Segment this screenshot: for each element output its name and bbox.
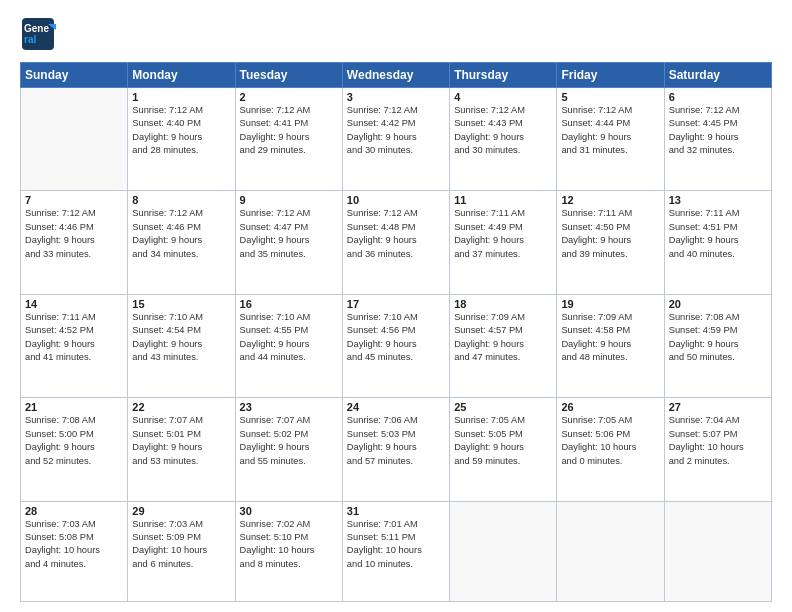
day-info: Sunrise: 7:10 AM Sunset: 4:55 PM Dayligh…: [240, 311, 338, 365]
calendar-cell: 26Sunrise: 7:05 AM Sunset: 5:06 PM Dayli…: [557, 398, 664, 501]
calendar-cell: 31Sunrise: 7:01 AM Sunset: 5:11 PM Dayli…: [342, 501, 449, 602]
page: Gene ral SundayMondayTuesdayWednesdayThu…: [0, 0, 792, 612]
day-number: 6: [669, 91, 767, 103]
day-info: Sunrise: 7:12 AM Sunset: 4:48 PM Dayligh…: [347, 207, 445, 261]
day-number: 22: [132, 401, 230, 413]
calendar-cell: 16Sunrise: 7:10 AM Sunset: 4:55 PM Dayli…: [235, 294, 342, 397]
week-row-1: 1Sunrise: 7:12 AM Sunset: 4:40 PM Daylig…: [21, 88, 772, 191]
week-row-4: 21Sunrise: 7:08 AM Sunset: 5:00 PM Dayli…: [21, 398, 772, 501]
calendar-cell: 3Sunrise: 7:12 AM Sunset: 4:42 PM Daylig…: [342, 88, 449, 191]
calendar-cell: 27Sunrise: 7:04 AM Sunset: 5:07 PM Dayli…: [664, 398, 771, 501]
day-info: Sunrise: 7:04 AM Sunset: 5:07 PM Dayligh…: [669, 414, 767, 468]
day-number: 2: [240, 91, 338, 103]
day-info: Sunrise: 7:11 AM Sunset: 4:49 PM Dayligh…: [454, 207, 552, 261]
day-number: 25: [454, 401, 552, 413]
day-info: Sunrise: 7:08 AM Sunset: 4:59 PM Dayligh…: [669, 311, 767, 365]
day-info: Sunrise: 7:12 AM Sunset: 4:47 PM Dayligh…: [240, 207, 338, 261]
logo: Gene ral: [20, 16, 56, 52]
calendar-cell: 2Sunrise: 7:12 AM Sunset: 4:41 PM Daylig…: [235, 88, 342, 191]
calendar-cell: 22Sunrise: 7:07 AM Sunset: 5:01 PM Dayli…: [128, 398, 235, 501]
svg-text:Gene: Gene: [24, 23, 49, 34]
day-number: 12: [561, 194, 659, 206]
calendar-cell: 6Sunrise: 7:12 AM Sunset: 4:45 PM Daylig…: [664, 88, 771, 191]
day-info: Sunrise: 7:01 AM Sunset: 5:11 PM Dayligh…: [347, 518, 445, 572]
calendar-cell: 11Sunrise: 7:11 AM Sunset: 4:49 PM Dayli…: [450, 191, 557, 294]
day-number: 23: [240, 401, 338, 413]
day-number: 21: [25, 401, 123, 413]
weekday-header-row: SundayMondayTuesdayWednesdayThursdayFrid…: [21, 63, 772, 88]
weekday-monday: Monday: [128, 63, 235, 88]
calendar-cell: 4Sunrise: 7:12 AM Sunset: 4:43 PM Daylig…: [450, 88, 557, 191]
calendar-cell: 5Sunrise: 7:12 AM Sunset: 4:44 PM Daylig…: [557, 88, 664, 191]
day-number: 4: [454, 91, 552, 103]
weekday-sunday: Sunday: [21, 63, 128, 88]
day-number: 24: [347, 401, 445, 413]
day-info: Sunrise: 7:03 AM Sunset: 5:08 PM Dayligh…: [25, 518, 123, 572]
calendar-cell: 21Sunrise: 7:08 AM Sunset: 5:00 PM Dayli…: [21, 398, 128, 501]
day-number: 8: [132, 194, 230, 206]
day-number: 14: [25, 298, 123, 310]
weekday-wednesday: Wednesday: [342, 63, 449, 88]
day-info: Sunrise: 7:12 AM Sunset: 4:40 PM Dayligh…: [132, 104, 230, 158]
day-number: 9: [240, 194, 338, 206]
day-number: 13: [669, 194, 767, 206]
day-number: 30: [240, 505, 338, 517]
day-info: Sunrise: 7:12 AM Sunset: 4:42 PM Dayligh…: [347, 104, 445, 158]
day-info: Sunrise: 7:07 AM Sunset: 5:02 PM Dayligh…: [240, 414, 338, 468]
calendar-cell: 19Sunrise: 7:09 AM Sunset: 4:58 PM Dayli…: [557, 294, 664, 397]
day-number: 18: [454, 298, 552, 310]
day-number: 5: [561, 91, 659, 103]
day-info: Sunrise: 7:12 AM Sunset: 4:46 PM Dayligh…: [25, 207, 123, 261]
calendar-table: SundayMondayTuesdayWednesdayThursdayFrid…: [20, 62, 772, 602]
calendar-cell: 13Sunrise: 7:11 AM Sunset: 4:51 PM Dayli…: [664, 191, 771, 294]
calendar-cell: 8Sunrise: 7:12 AM Sunset: 4:46 PM Daylig…: [128, 191, 235, 294]
day-info: Sunrise: 7:12 AM Sunset: 4:45 PM Dayligh…: [669, 104, 767, 158]
calendar-cell: [21, 88, 128, 191]
calendar-cell: 28Sunrise: 7:03 AM Sunset: 5:08 PM Dayli…: [21, 501, 128, 602]
day-number: 1: [132, 91, 230, 103]
calendar-cell: 17Sunrise: 7:10 AM Sunset: 4:56 PM Dayli…: [342, 294, 449, 397]
day-info: Sunrise: 7:11 AM Sunset: 4:51 PM Dayligh…: [669, 207, 767, 261]
day-info: Sunrise: 7:09 AM Sunset: 4:58 PM Dayligh…: [561, 311, 659, 365]
week-row-3: 14Sunrise: 7:11 AM Sunset: 4:52 PM Dayli…: [21, 294, 772, 397]
calendar-cell: 15Sunrise: 7:10 AM Sunset: 4:54 PM Dayli…: [128, 294, 235, 397]
day-number: 29: [132, 505, 230, 517]
calendar-cell: 10Sunrise: 7:12 AM Sunset: 4:48 PM Dayli…: [342, 191, 449, 294]
day-info: Sunrise: 7:10 AM Sunset: 4:54 PM Dayligh…: [132, 311, 230, 365]
day-info: Sunrise: 7:12 AM Sunset: 4:46 PM Dayligh…: [132, 207, 230, 261]
day-number: 3: [347, 91, 445, 103]
calendar: SundayMondayTuesdayWednesdayThursdayFrid…: [20, 62, 772, 602]
day-number: 26: [561, 401, 659, 413]
weekday-saturday: Saturday: [664, 63, 771, 88]
day-info: Sunrise: 7:09 AM Sunset: 4:57 PM Dayligh…: [454, 311, 552, 365]
day-number: 17: [347, 298, 445, 310]
day-info: Sunrise: 7:05 AM Sunset: 5:06 PM Dayligh…: [561, 414, 659, 468]
week-row-5: 28Sunrise: 7:03 AM Sunset: 5:08 PM Dayli…: [21, 501, 772, 602]
day-number: 7: [25, 194, 123, 206]
calendar-cell: [450, 501, 557, 602]
day-number: 20: [669, 298, 767, 310]
calendar-cell: 9Sunrise: 7:12 AM Sunset: 4:47 PM Daylig…: [235, 191, 342, 294]
day-info: Sunrise: 7:08 AM Sunset: 5:00 PM Dayligh…: [25, 414, 123, 468]
day-info: Sunrise: 7:06 AM Sunset: 5:03 PM Dayligh…: [347, 414, 445, 468]
day-info: Sunrise: 7:12 AM Sunset: 4:41 PM Dayligh…: [240, 104, 338, 158]
day-number: 10: [347, 194, 445, 206]
calendar-cell: 29Sunrise: 7:03 AM Sunset: 5:09 PM Dayli…: [128, 501, 235, 602]
weekday-thursday: Thursday: [450, 63, 557, 88]
calendar-cell: 24Sunrise: 7:06 AM Sunset: 5:03 PM Dayli…: [342, 398, 449, 501]
day-number: 16: [240, 298, 338, 310]
day-info: Sunrise: 7:07 AM Sunset: 5:01 PM Dayligh…: [132, 414, 230, 468]
calendar-cell: 23Sunrise: 7:07 AM Sunset: 5:02 PM Dayli…: [235, 398, 342, 501]
calendar-cell: 18Sunrise: 7:09 AM Sunset: 4:57 PM Dayli…: [450, 294, 557, 397]
day-number: 11: [454, 194, 552, 206]
calendar-cell: 12Sunrise: 7:11 AM Sunset: 4:50 PM Dayli…: [557, 191, 664, 294]
calendar-cell: 14Sunrise: 7:11 AM Sunset: 4:52 PM Dayli…: [21, 294, 128, 397]
weekday-friday: Friday: [557, 63, 664, 88]
calendar-cell: [664, 501, 771, 602]
day-info: Sunrise: 7:10 AM Sunset: 4:56 PM Dayligh…: [347, 311, 445, 365]
day-info: Sunrise: 7:12 AM Sunset: 4:44 PM Dayligh…: [561, 104, 659, 158]
day-info: Sunrise: 7:02 AM Sunset: 5:10 PM Dayligh…: [240, 518, 338, 572]
day-info: Sunrise: 7:12 AM Sunset: 4:43 PM Dayligh…: [454, 104, 552, 158]
week-row-2: 7Sunrise: 7:12 AM Sunset: 4:46 PM Daylig…: [21, 191, 772, 294]
svg-text:ral: ral: [24, 34, 36, 45]
